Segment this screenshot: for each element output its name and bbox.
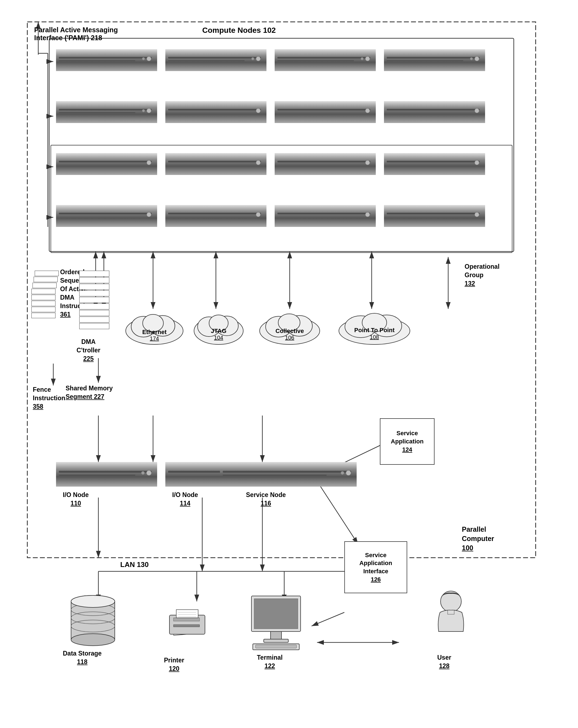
svg-rect-74 [384,101,485,123]
compute-nodes-label: Compute Nodes 102 [202,26,276,35]
terminal-icon [246,593,306,648]
svg-point-92 [475,160,479,165]
svg-rect-103 [278,213,370,214]
svg-rect-75 [387,109,480,110]
svg-rect-66 [165,101,266,123]
svg-rect-161 [174,625,200,627]
data-storage-label: Data Storage 118 [63,649,102,666]
svg-point-137 [147,470,151,475]
svg-rect-43 [168,57,261,58]
svg-point-84 [256,160,260,165]
terminal-label: Terminal 122 [257,653,283,670]
svg-point-88 [365,160,370,165]
compute-server-r3c1 [56,153,157,175]
svg-rect-37 [59,57,152,58]
compute-server-r2c3 [275,101,376,123]
compute-server-r4c1 [56,205,157,227]
svg-rect-38 [59,60,135,61]
svg-point-46 [252,57,254,60]
shared-memory-label: Shared Memory Segment 227 [65,384,113,401]
svg-rect-160 [174,618,200,621]
p2p-cloud: Point To Point 108 [336,309,413,347]
svg-point-58 [470,57,473,60]
compute-server-r2c2 [165,101,266,123]
svg-rect-61 [59,109,152,110]
svg-point-51 [365,57,370,61]
fence-instruction-label: Fence Instruction 358 [33,386,65,411]
svg-point-68 [256,108,260,113]
svg-point-52 [361,57,364,60]
ordered-sequence-stack [31,271,59,325]
svg-rect-83 [168,161,261,162]
compute-server-r4c3 [275,205,376,227]
user-icon [429,591,473,651]
compute-server-r1c3 [275,49,376,71]
compute-server-r4c2 [165,205,266,227]
compute-server-r4c4 [384,205,485,227]
svg-line-33 [312,613,344,626]
svg-rect-87 [278,161,370,162]
svg-rect-70 [275,101,376,123]
svg-point-138 [141,471,144,474]
operational-group-label: Operational Group 132 [465,262,500,288]
svg-rect-98 [165,205,266,227]
io-node-110-label: I/O Node 110 [63,491,89,508]
svg-rect-86 [275,153,376,175]
svg-line-31 [317,481,358,544]
svg-rect-168 [270,631,282,640]
svg-point-100 [256,212,260,217]
svg-rect-106 [384,205,485,227]
svg-rect-67 [168,109,261,110]
compute-server-r1c2 [165,49,266,71]
svg-rect-78 [56,153,157,175]
svg-point-96 [147,212,151,217]
svg-text:Point To Point: Point To Point [354,327,395,334]
svg-rect-91 [387,161,480,162]
dma-controller-stack [79,271,112,334]
compute-server-r2c1 [56,101,157,123]
jtag-cloud: JTAG 104 [191,309,246,347]
svg-point-155 [71,595,115,607]
lan-label: LAN 130 [120,561,149,569]
svg-text:106: 106 [285,335,294,341]
svg-rect-44 [168,60,244,61]
svg-point-104 [365,212,370,217]
svg-rect-94 [56,205,157,227]
svg-rect-167 [254,599,298,629]
collective-cloud: Collective 106 [257,309,322,347]
svg-rect-102 [275,205,376,227]
svg-rect-56 [387,60,463,61]
svg-rect-82 [165,153,266,175]
svg-rect-107 [387,213,480,214]
svg-rect-173 [448,610,454,614]
compute-server-r3c2 [165,153,266,175]
pami-label: Parallel Active Messaging Interface ('PA… [34,26,118,42]
svg-point-64 [142,109,145,112]
svg-text:JTAG: JTAG [211,328,226,334]
svg-rect-145 [223,471,351,473]
svg-text:Collective: Collective [275,328,304,334]
svg-rect-50 [278,60,354,61]
svg-point-147 [346,470,351,475]
svg-point-151 [71,634,115,646]
io-node-110-server [56,462,157,487]
svg-rect-71 [278,109,370,110]
svg-rect-135 [59,471,152,473]
svg-point-108 [475,212,479,217]
svg-text:Ethernet: Ethernet [142,329,167,335]
svg-rect-95 [59,213,152,214]
svg-point-72 [365,108,370,113]
compute-server-r2c4 [384,101,485,123]
printer-icon [158,599,213,653]
svg-text:174: 174 [150,335,159,341]
svg-rect-146 [223,474,326,476]
ethernet-cloud: Ethernet 174 [123,309,186,347]
svg-rect-49 [278,57,370,58]
printer-label: Printer 120 [164,656,184,673]
data-storage-cylinder [65,591,120,645]
diagram-container: Parallel Active Messaging Interface ('PA… [17,11,557,716]
svg-rect-79 [59,161,152,162]
svg-rect-55 [387,57,480,58]
svg-rect-169 [264,639,288,643]
service-node-label: Service Node 116 [246,491,286,508]
